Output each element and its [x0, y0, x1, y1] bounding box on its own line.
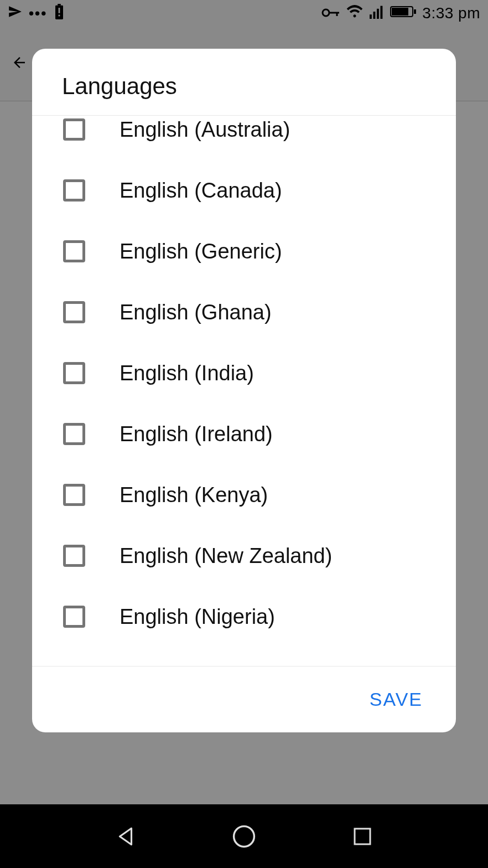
language-label: English (Australia) — [120, 118, 290, 142]
list-item[interactable]: English (Philippines) — [32, 647, 456, 666]
list-item[interactable]: English (India) — [32, 343, 456, 404]
navigation-bar — [0, 804, 488, 868]
language-label: English (Ireland) — [120, 422, 273, 446]
language-label: English (Ghana) — [120, 301, 272, 324]
svg-point-14 — [234, 826, 255, 846]
checkbox-icon[interactable] — [63, 118, 85, 141]
checkbox-icon[interactable] — [63, 606, 85, 628]
svg-rect-15 — [355, 829, 370, 844]
language-label: English (Kenya) — [120, 483, 268, 507]
list-item[interactable]: English (New Zealand) — [32, 525, 456, 586]
language-label: English (Philippines) — [120, 666, 310, 666]
list-item[interactable]: English (Canada) — [32, 160, 456, 221]
list-item[interactable]: English (Australia) — [32, 116, 456, 160]
list-item[interactable]: English (Generic) — [32, 221, 456, 282]
checkbox-icon[interactable] — [63, 423, 85, 445]
language-label: English (Generic) — [120, 240, 282, 264]
language-label: English (New Zealand) — [120, 544, 332, 568]
checkbox-icon[interactable] — [63, 301, 85, 323]
dialog-actions: SAVE — [32, 666, 456, 732]
dialog-title: Languages — [32, 49, 456, 116]
nav-recent-button[interactable] — [346, 820, 379, 853]
save-button[interactable]: SAVE — [370, 689, 423, 710]
checkbox-icon[interactable] — [63, 545, 85, 567]
languages-dialog: Languages English (Australia) English (C… — [32, 49, 456, 732]
language-label: English (Canada) — [120, 179, 282, 203]
list-item[interactable]: English (Nigeria) — [32, 586, 456, 647]
list-item[interactable]: English (Kenya) — [32, 464, 456, 525]
list-item[interactable]: English (Ghana) — [32, 282, 456, 343]
checkbox-icon[interactable] — [63, 179, 85, 202]
checkbox-icon[interactable] — [63, 362, 85, 384]
language-label: English (India) — [120, 361, 254, 385]
language-label: English (Nigeria) — [120, 605, 275, 629]
nav-home-button[interactable] — [227, 820, 261, 853]
checkbox-icon[interactable] — [63, 484, 85, 506]
list-item[interactable]: English (Ireland) — [32, 404, 456, 464]
languages-list[interactable]: English (Australia) English (Canada) Eng… — [32, 116, 456, 666]
nav-back-button[interactable] — [109, 820, 142, 853]
checkbox-icon[interactable] — [63, 240, 85, 262]
